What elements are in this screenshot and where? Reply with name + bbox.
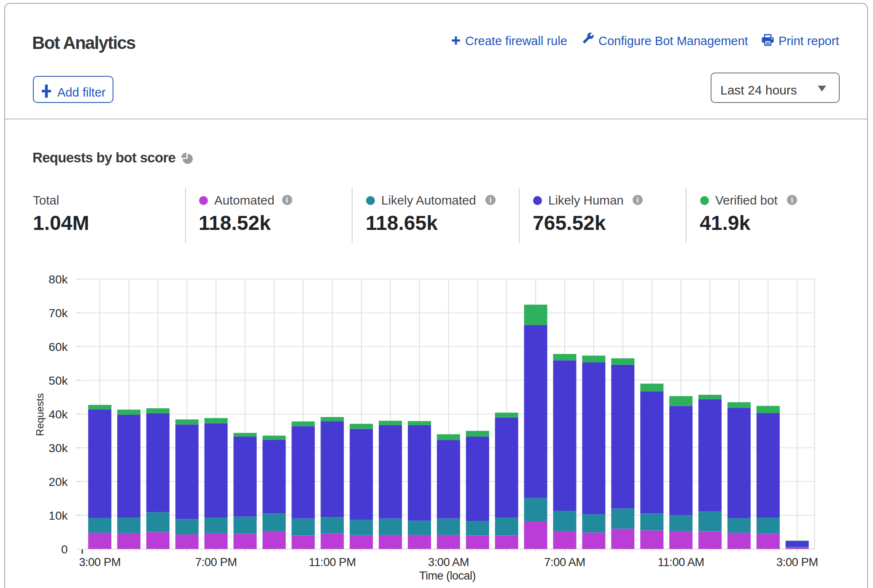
svg-text:Requests: Requests [34, 393, 46, 436]
svg-text:0: 0 [61, 543, 68, 556]
svg-text:7:00 PM: 7:00 PM [195, 556, 237, 569]
svg-text:60k: 60k [48, 340, 68, 353]
svg-text:3:00 AM: 3:00 AM [428, 556, 469, 569]
svg-text:30k: 30k [48, 442, 68, 455]
svg-text:11:00 PM: 11:00 PM [309, 556, 356, 569]
svg-text:10k: 10k [48, 509, 68, 522]
svg-text:40k: 40k [48, 408, 68, 421]
svg-text:20k: 20k [48, 475, 68, 488]
svg-text:3:00 PM: 3:00 PM [776, 556, 818, 569]
svg-text:50k: 50k [48, 374, 68, 387]
svg-text:11:00 AM: 11:00 AM [658, 556, 704, 569]
svg-text:3:00 PM: 3:00 PM [79, 556, 121, 569]
svg-text:Time (local): Time (local) [419, 569, 476, 582]
svg-text:7:00 AM: 7:00 AM [544, 556, 585, 569]
svg-text:70k: 70k [48, 307, 68, 320]
svg-text:80k: 80k [48, 273, 68, 286]
